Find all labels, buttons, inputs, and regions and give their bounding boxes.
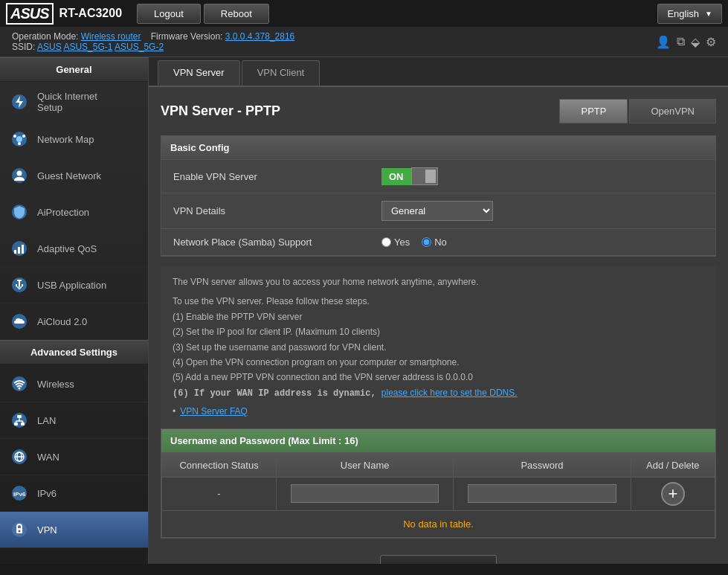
tab-vpn-client[interactable]: VPN Client: [242, 60, 320, 86]
openvpn-button[interactable]: OpenVPN: [629, 99, 716, 123]
sidebar-item-label: Network Map: [37, 134, 94, 145]
apply-button[interactable]: Apply: [380, 555, 497, 564]
network-place-value: Yes No: [381, 237, 703, 248]
sidebar-item-usb-application[interactable]: USB Application: [0, 267, 148, 303]
table-row: - +: [162, 477, 715, 510]
copy-icon[interactable]: ⧉: [677, 35, 685, 48]
svg-rect-25: [21, 423, 25, 425]
no-data-row: No data in table.: [162, 510, 715, 537]
operation-mode-value[interactable]: Wireless router: [81, 31, 141, 42]
add-button[interactable]: +: [661, 482, 685, 506]
toggle-on-label[interactable]: ON: [381, 168, 411, 185]
settings-icon[interactable]: ⚙: [706, 35, 716, 49]
type-button-group: PPTP OpenVPN: [559, 99, 716, 123]
vpn-details-row: VPN Details General Advanced: [161, 193, 715, 229]
sidebar-item-label: Quick InternetSetup: [37, 91, 97, 113]
enable-vpn-value: ON: [381, 167, 703, 185]
reboot-button[interactable]: Reboot: [204, 4, 269, 24]
up-header: Username and Password (Max Limit : 16): [161, 429, 715, 453]
firmware-label: Firmware Version:: [151, 31, 223, 42]
vpn-details-select[interactable]: General Advanced: [381, 201, 493, 221]
network-place-label: Network Place (Samba) Support: [173, 237, 381, 248]
sidebar-item-network-map[interactable]: Network Map: [0, 121, 148, 158]
sidebar-item-ipv6[interactable]: IPv6 IPv6: [0, 475, 148, 512]
info-line-5: (4) Open the VPN connection program on y…: [173, 355, 704, 370]
sidebar-item-aicloud[interactable]: AiCloud 2.0: [0, 303, 148, 340]
logout-button[interactable]: Logout: [137, 4, 201, 24]
svg-point-4: [13, 135, 16, 138]
sidebar-item-vpn[interactable]: VPN: [0, 512, 148, 548]
sidebar-advanced-header: Advanced Settings: [0, 340, 148, 364]
network-place-row: Network Place (Samba) Support Yes No: [161, 229, 715, 256]
password-input[interactable]: [468, 484, 616, 503]
info-text-block: The VPN server allows you to access your…: [161, 266, 716, 428]
top-bar: ASUS RT-AC3200 Logout Reboot English ▼: [0, 0, 728, 27]
info-line-0: The VPN server allows you to access your…: [173, 274, 704, 289]
radio-no[interactable]: No: [422, 237, 447, 248]
toggle-slider[interactable]: [411, 167, 438, 185]
vpn-toggle[interactable]: ON: [381, 167, 703, 185]
svg-rect-24: [14, 423, 18, 425]
connection-status-cell: -: [162, 477, 277, 510]
page-content: VPN Server - PPTP PPTP OpenVPN Basic Con…: [149, 87, 728, 564]
sidebar-item-label: VPN: [37, 524, 57, 536]
col-password: Password: [454, 453, 631, 477]
tab-bar: VPN Server VPN Client: [149, 57, 728, 87]
username-cell: [277, 477, 454, 510]
svg-point-5: [22, 135, 25, 138]
svg-rect-13: [22, 245, 24, 254]
sidebar-item-wan[interactable]: WAN: [0, 439, 148, 475]
svg-rect-12: [18, 247, 20, 254]
sidebar-general-header: General: [0, 57, 148, 82]
step6-text: (6) If your WAN IP address is dynamic,: [173, 388, 381, 399]
bullet-icon: •: [173, 404, 175, 419]
main-layout: General Quick InternetSetup Network Map …: [0, 57, 728, 564]
sidebar-item-guest-network[interactable]: Guest Network: [0, 158, 148, 194]
operation-mode-label: Operation Mode:: [12, 31, 78, 42]
user-icon[interactable]: 👤: [656, 35, 671, 49]
firmware-value[interactable]: 3.0.0.4.378_2816: [225, 31, 294, 42]
sidebar-item-label: Guest Network: [37, 170, 101, 182]
radio-yes-label: Yes: [394, 237, 410, 248]
vpn-details-label: VPN Details: [173, 205, 381, 216]
usb-icon[interactable]: ⬙: [691, 35, 700, 49]
content-area: VPN Server VPN Client VPN Server - PPTP …: [149, 57, 728, 564]
sidebar-item-wireless[interactable]: Wireless: [0, 366, 148, 402]
vpn-icon: [9, 519, 30, 540]
sidebar-item-lan[interactable]: LAN: [0, 402, 148, 439]
sidebar-item-label: Adaptive QoS: [37, 243, 97, 254]
info-line-4: (3) Set up the username and password for…: [173, 340, 704, 355]
col-username: User Name: [277, 453, 454, 477]
toggle-knob: [425, 170, 436, 183]
ssid-asus[interactable]: ASUS: [37, 42, 62, 52]
page-title: VPN Server - PPTP: [161, 103, 280, 119]
username-input[interactable]: [291, 484, 439, 503]
wireless-icon: [9, 373, 30, 394]
sidebar-item-quick-internet-setup[interactable]: Quick InternetSetup: [0, 83, 148, 121]
guest-icon: [9, 165, 30, 186]
ssid-5g2[interactable]: ASUS_5G-2: [115, 42, 164, 52]
svg-point-38: [19, 530, 21, 533]
faq-link[interactable]: VPN Server FAQ: [180, 404, 248, 419]
ipv6-icon: IPv6: [9, 483, 30, 504]
language-button[interactable]: English ▼: [657, 4, 722, 24]
ddns-link[interactable]: please click here to set the DDNS.: [381, 388, 518, 398]
faq-row: • VPN Server FAQ: [173, 401, 704, 419]
radio-no-input[interactable]: [422, 237, 431, 247]
pptp-button[interactable]: PPTP: [559, 99, 628, 123]
ssid-5g1[interactable]: ASUS_5G-1: [63, 42, 112, 52]
svg-text:IPv6: IPv6: [13, 491, 26, 498]
sidebar-item-aiprotection[interactable]: AiProtection: [0, 194, 148, 231]
sidebar-item-adaptive-qos[interactable]: Adaptive QoS: [0, 231, 148, 267]
chevron-down-icon: ▼: [705, 10, 712, 18]
tab-vpn-server[interactable]: VPN Server: [158, 60, 240, 86]
page-title-row: VPN Server - PPTP PPTP OpenVPN: [161, 99, 716, 123]
info-left: Operation Mode: Wireless router Firmware…: [12, 31, 294, 52]
info-icons: 👤 ⧉ ⬙ ⚙: [656, 35, 716, 49]
radio-yes-input[interactable]: [381, 237, 391, 247]
svg-point-21: [19, 388, 21, 390]
sidebar-item-label: USB Application: [37, 280, 106, 291]
radio-yes[interactable]: Yes: [381, 237, 410, 248]
usb-plug-icon: [9, 274, 30, 295]
ssid-label: SSID:: [12, 42, 35, 52]
